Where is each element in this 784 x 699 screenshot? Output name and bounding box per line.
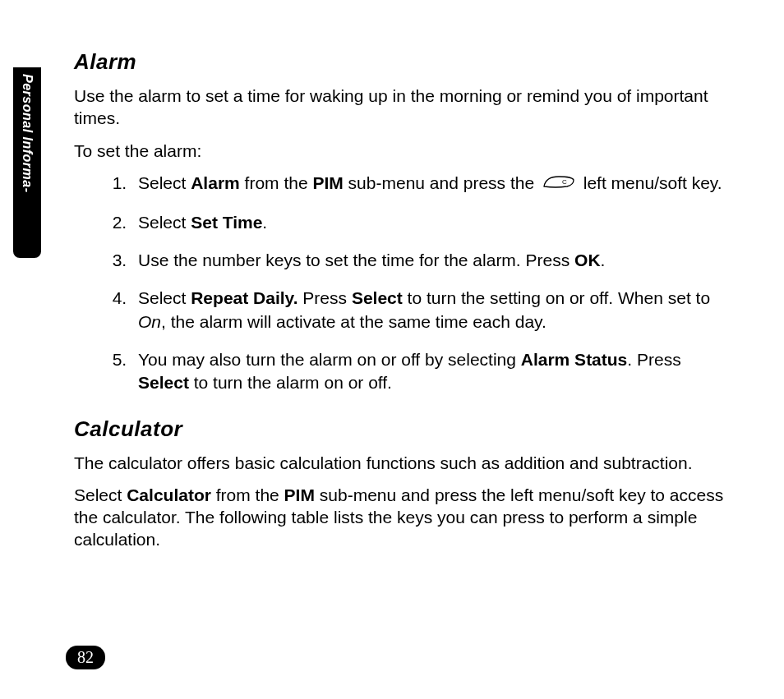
alarm-intro: Use the alarm to set a time for waking u… bbox=[74, 85, 731, 130]
alarm-step-2: Select Set Time. bbox=[131, 211, 731, 234]
text: . bbox=[262, 213, 267, 232]
alarm-menu-label: Alarm bbox=[191, 173, 240, 192]
svg-text:C: C bbox=[562, 178, 567, 186]
side-tab: Personal Informa- bbox=[13, 67, 41, 258]
alarm-step-3: Use the number keys to set the time for … bbox=[131, 249, 731, 272]
alarm-step-4: Select Repeat Daily. Press Select to tur… bbox=[131, 287, 731, 333]
text: Select bbox=[138, 288, 191, 307]
text: , the alarm will activate at the same ti… bbox=[161, 312, 546, 331]
left-softkey-icon: C bbox=[542, 172, 575, 195]
calculator-heading: Calculator bbox=[74, 416, 731, 442]
alarm-to-set: To set the alarm: bbox=[74, 140, 731, 162]
pim-label: PIM bbox=[284, 485, 315, 504]
calculator-menu-label: Calculator bbox=[127, 485, 211, 504]
alarm-steps-list: Select Alarm from the PIM sub-menu and p… bbox=[74, 172, 731, 395]
text: Select bbox=[138, 173, 191, 192]
calculator-intro: The calculator offers basic calculation … bbox=[74, 452, 731, 474]
alarm-step-1: Select Alarm from the PIM sub-menu and p… bbox=[131, 172, 731, 196]
repeat-daily-label: Repeat Daily. bbox=[191, 288, 297, 307]
text: sub-menu and press the bbox=[344, 173, 539, 192]
text: Select bbox=[138, 213, 191, 232]
text: to turn the alarm on or off. bbox=[189, 373, 392, 392]
calculator-section: Calculator The calculator offers basic c… bbox=[74, 416, 731, 551]
set-time-label: Set Time bbox=[191, 213, 262, 232]
alarm-status-label: Alarm Status bbox=[521, 350, 628, 369]
alarm-heading: Alarm bbox=[74, 49, 731, 75]
text: Press bbox=[298, 288, 352, 307]
ok-label: OK bbox=[574, 251, 601, 269]
text: left menu/soft key. bbox=[579, 173, 722, 192]
text: to turn the setting on or off. When set … bbox=[403, 288, 710, 307]
text: from the bbox=[211, 485, 284, 504]
page-content: Alarm Use the alarm to set a time for wa… bbox=[74, 49, 731, 561]
text: . Press bbox=[627, 350, 680, 369]
text: . bbox=[601, 251, 606, 269]
text: Use the number keys to set the time for … bbox=[138, 251, 574, 269]
calculator-instructions: Select Calculator from the PIM sub-menu … bbox=[74, 484, 731, 551]
on-label: On bbox=[138, 312, 161, 331]
select-label: Select bbox=[138, 373, 189, 392]
text: from the bbox=[240, 173, 313, 192]
alarm-step-5: You may also turn the alarm on or off by… bbox=[131, 348, 731, 395]
select-label: Select bbox=[352, 288, 403, 307]
text: You may also turn the alarm on or off by… bbox=[138, 350, 521, 369]
page-number-badge: 82 bbox=[66, 646, 105, 669]
text: Select bbox=[74, 485, 127, 504]
pim-label: PIM bbox=[312, 173, 343, 192]
